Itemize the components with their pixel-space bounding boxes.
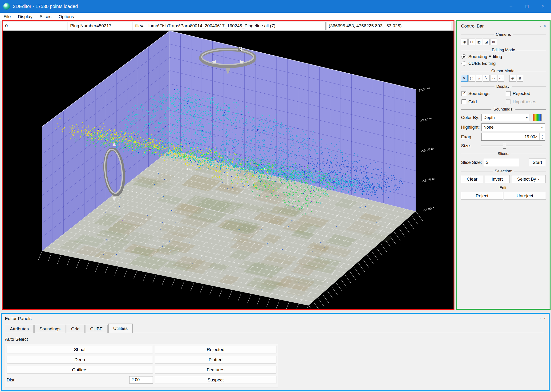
outliers-button[interactable]: Outliers	[7, 366, 153, 374]
highlight-label: Highlight:	[461, 125, 481, 130]
edit-section-label: Edit:	[461, 186, 546, 190]
reject-button[interactable]: Reject	[461, 192, 503, 200]
chevron-down-icon: ▾	[526, 116, 528, 119]
slider-thumb[interactable]	[503, 143, 506, 149]
exag-spinbox[interactable]: 19.00× ▴ ▾	[481, 133, 545, 141]
tab-utilities[interactable]: Utilities	[108, 324, 133, 333]
checkbox-icon	[506, 91, 510, 96]
rejected-checkbox[interactable]: Rejected	[506, 91, 546, 96]
tab-grid[interactable]: Grid	[66, 325, 85, 333]
control-bar-panel: Control Bar ▫ × Camera: ◉ ◻ ◩ ◪ ⊞ Editin…	[456, 20, 551, 310]
spin-down-icon[interactable]: ▾	[540, 137, 545, 140]
dist-label: Dist:	[7, 378, 15, 383]
menu-bar: File Display Slices Options	[0, 13, 551, 21]
checkbox-icon: ✓	[462, 91, 466, 96]
plotted-button[interactable]: Plotted	[155, 356, 276, 364]
cursor-mode-section-label: Cursor Mode:	[461, 69, 546, 73]
select-remove-button[interactable]: ⊖	[517, 75, 523, 82]
status-count: 0	[3, 22, 67, 30]
cube-editing-radio[interactable]: CUBE Editing	[462, 61, 546, 66]
rejected-button[interactable]: Rejected	[155, 346, 276, 353]
title-bar: 3DEditor - 17530 points loaded – □ ×	[0, 0, 551, 13]
close-panel-icon[interactable]: ×	[544, 24, 546, 28]
auto-select-group: Shoal Deep Outliers Dist: Rejected Plott…	[5, 344, 278, 388]
radio-icon	[462, 61, 466, 66]
window-title: 3DEditor - 17530 points loaded	[13, 4, 78, 9]
tab-cube[interactable]: CUBE	[85, 325, 108, 333]
cursor-mode-toolbar: ↖ ▢ ○ ╲ ▱ ▭ ⊕ ⊖	[461, 75, 546, 82]
display-checkboxes: ✓ Soundings Rejected Grid Hypotheses	[462, 91, 546, 105]
soundings-checkbox[interactable]: ✓ Soundings	[462, 91, 506, 96]
size-slider[interactable]	[481, 143, 542, 149]
deep-button[interactable]: Deep	[7, 356, 153, 364]
radio-icon	[462, 54, 466, 59]
menu-display[interactable]: Display	[14, 13, 36, 21]
select-by-button[interactable]: Select By ▾	[511, 175, 546, 183]
pointer-select-button[interactable]: ↖	[461, 75, 468, 82]
chevron-down-icon: ▾	[538, 177, 540, 181]
line-select-button[interactable]: ╲	[483, 75, 490, 82]
spinner-arrows[interactable]: ▴ ▾	[539, 133, 545, 140]
select-add-button[interactable]: ⊕	[509, 75, 516, 82]
unreject-button[interactable]: Unreject	[504, 192, 546, 200]
sounding-editing-radio[interactable]: Sounding Editing	[462, 54, 546, 59]
editor-panels-title: Editor Panels	[5, 316, 32, 321]
menu-slices[interactable]: Slices	[36, 13, 55, 21]
slice-size-label: Slice Size:	[461, 160, 484, 165]
auto-select-label: Auto Select	[5, 337, 546, 342]
float-panel-icon[interactable]: ▫	[540, 316, 541, 321]
checkbox-icon	[462, 99, 466, 104]
editing-mode-section-label: Editing Mode	[461, 48, 546, 52]
selection-section-label: Selection:	[461, 169, 546, 174]
status-coordinates: (366695.453, 4756225.893, -53.028)	[326, 22, 451, 30]
float-panel-icon[interactable]: ▫	[540, 24, 541, 28]
checkbox-icon	[506, 99, 510, 104]
close-button[interactable]: ×	[535, 0, 551, 13]
camera-zoom-button[interactable]: ⊞	[490, 39, 497, 45]
highlight-dropdown[interactable]: None ▾	[481, 123, 545, 131]
status-strip: 0 Ping Number=50217, file=... lumn\FishT…	[3, 21, 454, 31]
camera-iso-view-button[interactable]: ◪	[483, 39, 490, 45]
display-section-label: Display:	[461, 84, 546, 89]
plane-select-button[interactable]: ▭	[498, 75, 504, 82]
grid-checkbox[interactable]: Grid	[462, 99, 506, 105]
maximize-button[interactable]: □	[519, 0, 535, 13]
camera-section-label: Camera:	[461, 32, 546, 37]
tab-soundings[interactable]: Soundings	[34, 325, 65, 333]
editor-tabs: Attributes Soundings Grid CUBE Utilities	[5, 324, 546, 333]
3d-point-cloud-view[interactable]	[3, 31, 454, 309]
minimize-button[interactable]: –	[503, 0, 519, 13]
slider-track	[481, 146, 542, 146]
shoal-button[interactable]: Shoal	[7, 346, 153, 353]
control-bar-title: Control Bar	[461, 23, 484, 29]
camera-trackball-button[interactable]: ◉	[461, 39, 468, 45]
polygon-select-button[interactable]: ▱	[490, 75, 497, 82]
status-ping-number: Ping Number=50217,	[68, 22, 132, 30]
tab-attributes[interactable]: Attributes	[5, 325, 34, 333]
suspect-button[interactable]: Suspect	[155, 376, 276, 384]
circle-select-button[interactable]: ○	[476, 75, 482, 82]
hypotheses-checkbox: Hypotheses	[506, 99, 546, 105]
color-scale-button[interactable]	[533, 114, 542, 121]
color-by-dropdown[interactable]: Depth ▾	[481, 114, 530, 121]
features-button[interactable]: Features	[155, 366, 276, 374]
camera-side-view-button[interactable]: ◩	[476, 39, 482, 45]
viewport-frame: 0 Ping Number=50217, file=... lumn\FishT…	[2, 20, 455, 310]
size-label: Size:	[461, 143, 481, 148]
slice-size-input[interactable]	[484, 159, 519, 166]
rectangle-select-button[interactable]: ▢	[468, 75, 475, 82]
dist-input[interactable]	[129, 376, 153, 384]
app-icon	[3, 3, 10, 10]
clear-button[interactable]: Clear	[461, 175, 483, 183]
soundings-section-label: Soundings:	[461, 107, 546, 112]
menu-file[interactable]: File	[0, 13, 14, 21]
menu-options[interactable]: Options	[55, 13, 78, 21]
invert-button[interactable]: Invert	[485, 175, 510, 183]
camera-front-view-button[interactable]: ◻	[468, 39, 475, 45]
camera-toolbar: ◉ ◻ ◩ ◪ ⊞	[461, 39, 546, 45]
close-panel-icon[interactable]: ×	[544, 316, 546, 321]
color-by-label: Color By:	[461, 115, 481, 120]
status-file-path: file=... lumn\FishTraps\Part4\0014_20040…	[133, 22, 326, 30]
start-button[interactable]: Start	[529, 159, 546, 166]
spin-up-icon[interactable]: ▴	[540, 133, 545, 137]
